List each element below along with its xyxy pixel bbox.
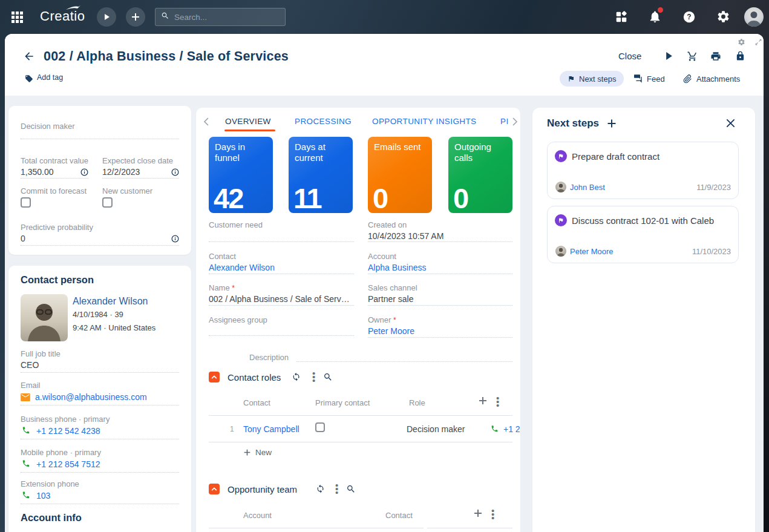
global-search[interactable] [155, 8, 286, 26]
next-step-text[interactable]: Prepare draft contract [572, 151, 659, 162]
new-row-button[interactable]: New [243, 448, 272, 457]
help-icon[interactable]: ? [682, 10, 696, 26]
decision-maker-field[interactable] [21, 124, 179, 139]
info-icon[interactable] [171, 168, 179, 179]
table-row[interactable]: 1 Tony Campbell Decision maker +1 2 [196, 416, 520, 442]
owner-value-link[interactable]: Peter Moore [368, 326, 414, 336]
col-header-contact[interactable]: Contact [243, 398, 270, 407]
page-settings-gear-icon[interactable] [738, 38, 745, 48]
table-kebab-icon[interactable]: ••• [491, 509, 494, 520]
run-process-icon[interactable] [664, 51, 673, 63]
add-row-plus-icon[interactable] [478, 396, 488, 408]
contact-name-link[interactable]: Alexander Wilson [73, 296, 148, 307]
tabs-scroll-right-icon[interactable] [512, 117, 518, 128]
feed-button[interactable]: Feed [633, 71, 665, 87]
quick-add-button[interactable] [126, 7, 145, 27]
close-button[interactable]: Close [618, 51, 641, 61]
email-label: Email [21, 381, 41, 390]
primary-contact-checkbox[interactable] [315, 422, 325, 432]
refresh-icon[interactable] [292, 372, 301, 384]
total-contract-value-field[interactable]: 1,350.00 [21, 166, 88, 179]
expected-close-date-field[interactable]: 12/2/2023 [102, 166, 179, 179]
col-header-primary-contact[interactable]: Primary contact [315, 398, 370, 407]
phone-icon [22, 426, 30, 437]
email-link[interactable]: a.wilson@alphabusiness.com [35, 391, 147, 403]
tab-overview[interactable]: OVERVIEW [225, 117, 271, 126]
info-icon[interactable] [80, 168, 88, 179]
contact-photo[interactable] [21, 294, 68, 341]
tab-opportunity-insights[interactable]: OPPORTUNITY INSIGHTS [372, 117, 477, 126]
refresh-icon[interactable] [316, 484, 325, 496]
tag-icon [25, 74, 33, 85]
predictive-probability-field[interactable]: 0 [21, 232, 179, 246]
expand-icon[interactable] [754, 38, 762, 48]
tabs-scroll-left-icon[interactable] [203, 117, 209, 128]
expected-close-date-label: Expected close date [102, 156, 173, 166]
account-value-link[interactable]: Alpha Business [368, 263, 427, 272]
close-panel-icon[interactable] [726, 119, 735, 130]
extension-phone-link[interactable]: 103 [36, 490, 50, 502]
processes-play-button[interactable] [97, 7, 116, 27]
opportunity-team-collapse-toggle[interactable] [209, 484, 220, 494]
user-avatar[interactable] [744, 7, 764, 27]
svg-text:?: ? [687, 13, 691, 21]
attachments-button[interactable]: Attachments [683, 71, 740, 87]
add-tag-button[interactable]: Add tag [37, 73, 63, 82]
contact-roles-collapse-toggle[interactable] [209, 372, 220, 383]
name-field[interactable]: 002 / Alpha Business / Sale of Serv… [209, 293, 354, 306]
new-customer-checkbox[interactable] [102, 197, 113, 208]
settings-gear-icon[interactable] [716, 10, 730, 26]
info-icon[interactable] [171, 234, 179, 245]
mobile-phone-link[interactable]: +1 212 854 7512 [36, 458, 100, 470]
notifications-bell-icon[interactable] [648, 10, 662, 26]
printer-icon[interactable] [710, 51, 721, 64]
owner-field: Peter Moore [368, 325, 512, 338]
customer-need-field[interactable] [209, 223, 354, 242]
table-kebab-icon[interactable]: ••• [496, 396, 499, 407]
add-row-plus-icon[interactable] [473, 508, 483, 521]
account-field: Alpha Business [368, 261, 512, 274]
section-search-icon[interactable] [323, 372, 333, 384]
metric-tile-days-at-current[interactable]: Days at current 11 [289, 137, 353, 213]
row-contact-link[interactable]: Tony Campbell [243, 423, 299, 435]
next-step-item[interactable]: Prepare draft contract John Best 11/9/20… [547, 142, 739, 199]
next-steps-toggle-button[interactable]: Next steps [560, 71, 624, 87]
sales-channel-field[interactable]: Partner sale [368, 293, 512, 306]
tab-truncated[interactable]: PI [500, 117, 509, 126]
kebab-menu-icon[interactable]: ••• [312, 372, 315, 383]
account-label: Account [368, 252, 396, 261]
contact-person-title: Contact person [21, 274, 94, 286]
col-header-account[interactable]: Account [243, 511, 272, 520]
business-phone-link[interactable]: +1 212 542 4238 [36, 425, 100, 437]
back-arrow-icon[interactable] [23, 50, 35, 65]
row-phone-link[interactable]: +1 2 [503, 423, 520, 435]
metric-tile-days-in-funnel[interactable]: Days in funnel 42 [209, 137, 273, 213]
owner-link[interactable]: Peter Moore [570, 247, 614, 256]
opportunity-team-title: Opportunity team [227, 484, 297, 494]
contact-value-link[interactable]: Alexander Wilson [209, 263, 275, 272]
section-search-icon[interactable] [346, 484, 356, 496]
search-input[interactable] [174, 13, 271, 22]
task-flag-icon [555, 214, 567, 226]
add-next-step-icon[interactable] [607, 119, 617, 131]
col-header-role[interactable]: Role [409, 398, 425, 407]
commit-to-forecast-checkbox[interactable] [21, 197, 31, 208]
kebab-menu-icon[interactable]: ••• [335, 484, 338, 494]
notification-badge [658, 7, 663, 13]
next-step-item[interactable]: Discuss contract 102-01 with Caleb Peter… [547, 206, 739, 263]
job-title-field[interactable]: CEO [21, 359, 179, 373]
cart-icon[interactable] [687, 51, 698, 64]
col-header-contact[interactable]: Contact [385, 511, 413, 520]
created-on-field[interactable]: 10/4/2023 10:57 AM [368, 230, 512, 242]
metric-tile-emails-sent[interactable]: Emails sent 0 [368, 137, 432, 213]
next-step-text[interactable]: Discuss contract 102-01 with Caleb [572, 215, 714, 226]
apps-grid-icon[interactable] [10, 10, 24, 27]
tab-processing[interactable]: PROCESSING [295, 117, 352, 126]
workplace-tiles-icon[interactable] [615, 10, 628, 26]
task-flag-icon [555, 150, 567, 162]
owner-link[interactable]: John Best [570, 183, 605, 192]
assignees-group-field[interactable] [209, 318, 354, 336]
metric-tile-outgoing-calls[interactable]: Outgoing calls 0 [448, 137, 512, 213]
lock-icon[interactable] [735, 51, 745, 64]
description-field[interactable] [296, 361, 512, 362]
